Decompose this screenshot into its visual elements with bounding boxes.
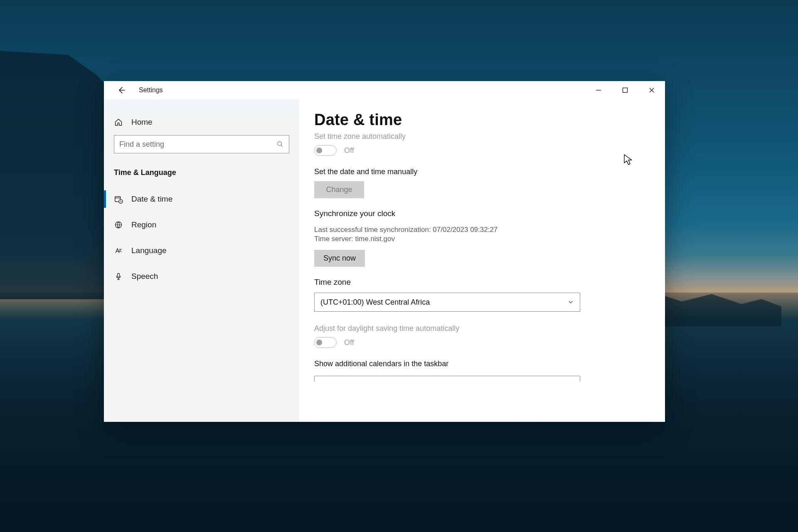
minimize-button[interactable] [585,81,612,99]
sync-heading: Synchronize your clock [314,209,650,218]
microphone-icon [114,272,123,281]
maximize-icon [622,87,628,93]
search-box[interactable] [114,135,289,153]
dst-toggle[interactable] [314,337,337,348]
additional-calendars-label: Show additional calendars in the taskbar [314,360,650,368]
sidebar-item-region[interactable]: Region [104,212,299,238]
sidebar-item-label: Date & time [131,195,172,204]
maximize-button[interactable] [612,81,638,99]
change-datetime-button[interactable]: Change [314,181,364,198]
arrow-left-icon [117,86,126,94]
sidebar-home-label: Home [131,118,153,127]
sidebar-item-label: Language [131,246,167,255]
content-pane: Date & time Set time zone automatically … [299,99,665,422]
sidebar: Home Time & Language Date & time R [104,99,299,422]
page-title: Date & time [314,111,650,129]
search-input[interactable] [119,140,276,149]
minimize-icon [596,87,601,93]
timezone-label: Time zone [314,278,650,287]
settings-window: Settings Home [104,81,665,422]
svg-rect-5 [118,273,120,277]
auto-timezone-label: Set time zone automatically [314,132,650,141]
sidebar-home[interactable]: Home [104,112,299,133]
timezone-value: (UTC+01:00) West Central Africa [320,298,430,307]
dst-state: Off [344,338,354,347]
sidebar-item-label: Region [131,220,156,229]
manual-datetime-label: Set the date and time manually [314,167,650,176]
language-icon [114,246,123,255]
sidebar-item-label: Speech [131,272,158,281]
home-icon [114,118,123,126]
last-sync-text: Last successful time synchronization: 07… [314,226,650,234]
dst-label: Adjust for daylight saving time automati… [314,324,650,333]
timezone-dropdown[interactable]: (UTC+01:00) West Central Africa [314,293,580,312]
additional-calendars-dropdown[interactable] [314,376,580,382]
chevron-down-icon [567,299,574,305]
auto-timezone-toggle[interactable] [314,145,337,156]
search-icon [276,140,284,148]
sync-now-button[interactable]: Sync now [314,250,365,267]
close-icon [649,87,655,93]
window-title: Settings [139,86,163,94]
sidebar-group-title: Time & Language [104,161,299,186]
calendar-clock-icon [114,195,123,204]
svg-rect-0 [623,88,628,93]
time-server-text: Time server: time.nist.gov [314,235,650,243]
sidebar-item-language[interactable]: Language [104,238,299,264]
globe-icon [114,221,123,229]
titlebar: Settings [104,81,665,99]
sidebar-item-speech[interactable]: Speech [104,264,299,289]
svg-point-1 [278,142,282,146]
auto-timezone-state: Off [344,146,354,155]
close-button[interactable] [638,81,665,99]
sidebar-item-date-time[interactable]: Date & time [104,186,299,212]
back-button[interactable] [115,84,128,97]
